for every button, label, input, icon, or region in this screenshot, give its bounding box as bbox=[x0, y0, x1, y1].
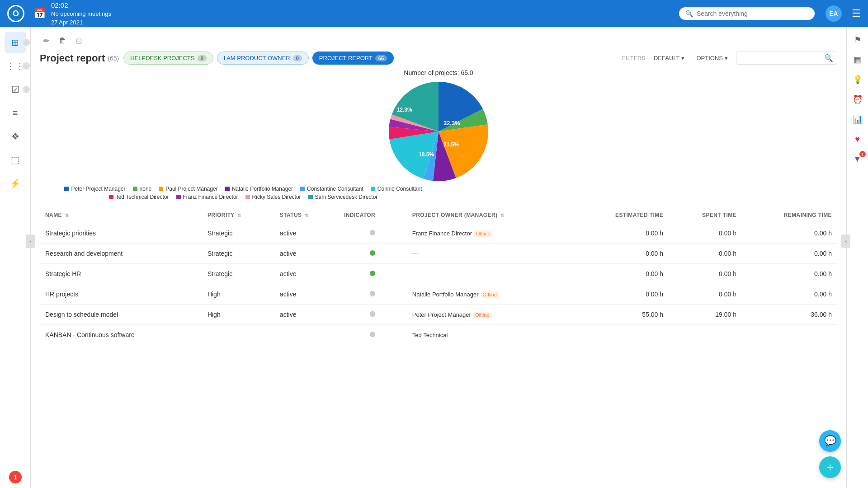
bar-chart-icon: ▦ bbox=[854, 55, 861, 65]
edit-button[interactable]: ✏ bbox=[40, 34, 52, 47]
legend-item: Peter Project Manager bbox=[64, 186, 125, 192]
cell-spent: 19.00 h bbox=[669, 305, 742, 325]
cell-remaining: 0.00 h bbox=[742, 264, 837, 284]
time-info: 02:02 No upcoming meetings 27 Apr 2021 bbox=[51, 0, 111, 26]
settings-button[interactable]: ⊡ bbox=[72, 34, 85, 47]
filter-search-box[interactable]: 🔍 bbox=[736, 52, 837, 65]
legend-label: Natalie Portfolio Manager bbox=[232, 186, 293, 192]
table-row[interactable]: Strategic HR Strategic active 0.00 h 0.0… bbox=[40, 264, 837, 284]
tab-project-report[interactable]: PROJECT REPORT 65 bbox=[312, 52, 394, 65]
clock-icon: ⏰ bbox=[853, 94, 863, 104]
page-toolbar: ✏ 🗑 ⊡ bbox=[40, 34, 837, 47]
legend-item: none bbox=[133, 186, 152, 192]
col-status: STATUS ⇅ bbox=[274, 207, 339, 223]
filter-default-button[interactable]: DEFAULT ▾ bbox=[650, 53, 689, 63]
sort-icon-owner[interactable]: ⇅ bbox=[500, 213, 504, 218]
table-row[interactable]: Research and development Strategic activ… bbox=[40, 244, 837, 264]
delete-button[interactable]: 🗑 bbox=[56, 34, 69, 47]
legend-color bbox=[109, 195, 113, 199]
lightning-icon: ⚡ bbox=[9, 178, 21, 189]
legend-item: Constantine Consultant bbox=[300, 186, 363, 192]
hamburger-menu-icon[interactable]: ☰ bbox=[852, 8, 861, 19]
legend-color bbox=[133, 187, 137, 191]
sidebar-item-dropbox[interactable]: ❖ bbox=[5, 126, 26, 147]
right-sidebar-bulb[interactable]: 💡 bbox=[849, 71, 866, 88]
filter-search-input[interactable] bbox=[740, 55, 821, 61]
sidebar-expand-chevron-3[interactable]: › bbox=[23, 86, 30, 93]
table-row[interactable]: HR projects High active Natalie Portfoli… bbox=[40, 284, 837, 305]
search-input[interactable] bbox=[697, 10, 808, 17]
table-row[interactable]: KANBAN - Continuous software Ted Technic… bbox=[40, 325, 837, 345]
sort-icon-status[interactable]: ⇅ bbox=[305, 213, 308, 218]
right-sidebar-chart[interactable]: ▦ bbox=[849, 52, 866, 68]
current-time: 02:02 bbox=[51, 0, 111, 10]
indicator-dot-green bbox=[370, 250, 375, 256]
cell-name: Research and development bbox=[40, 244, 202, 264]
col-spent: SPENT TIME bbox=[669, 207, 742, 223]
filters-bar: FILTERS DEFAULT ▾ OPTIONS ▾ 🔍 bbox=[622, 52, 837, 65]
sort-icon-name[interactable]: ⇅ bbox=[65, 213, 69, 218]
indicator-dot-grey bbox=[370, 230, 375, 235]
legend-label: Ricky Sales Director bbox=[252, 194, 301, 200]
chat-fab[interactable]: 💬 bbox=[819, 430, 841, 452]
right-sidebar-clock[interactable]: ⏰ bbox=[849, 91, 866, 108]
cell-estimated: 0.00 h bbox=[574, 244, 669, 264]
right-sidebar-chart-line[interactable]: 📊 bbox=[849, 111, 866, 127]
tabs-container: HELPDESK PROJECTS 2 I AM PRODUCT OWNER 0… bbox=[123, 52, 394, 65]
cell-name: Strategic priorities bbox=[40, 223, 202, 244]
user-avatar[interactable]: EA bbox=[826, 5, 842, 22]
legend-label: Constantine Consultant bbox=[307, 186, 363, 192]
owner-name: Natalie Portfolio Manager bbox=[412, 291, 479, 298]
legend-color bbox=[245, 195, 250, 199]
right-sidebar-flag[interactable]: ⚑ bbox=[849, 32, 866, 48]
global-search[interactable]: 🔍 bbox=[679, 7, 815, 20]
legend-color bbox=[159, 187, 163, 191]
sidebar-item-tasks[interactable]: ☑ › bbox=[5, 79, 26, 100]
table-row[interactable]: Design to schedule model High active Pet… bbox=[40, 305, 837, 325]
sidebar-item-list[interactable]: ≡ bbox=[5, 102, 26, 124]
topbar: O 📅 02:02 No upcoming meetings 27 Apr 20… bbox=[0, 0, 868, 27]
sidebar-expand-chevron-2[interactable]: › bbox=[23, 62, 30, 70]
right-sidebar-collapse[interactable]: ‹ bbox=[841, 235, 850, 248]
edit-icon: ✏ bbox=[43, 37, 49, 45]
tab-product-owner[interactable]: I AM PRODUCT OWNER 0 bbox=[217, 52, 309, 65]
col-name: NAME ⇅ bbox=[40, 207, 202, 223]
cell-indicator bbox=[339, 244, 407, 264]
indicator-dot-grey bbox=[370, 311, 375, 317]
legend-color bbox=[308, 195, 313, 199]
sidebar-item-frame[interactable]: ⬚ bbox=[5, 149, 26, 171]
owner-name: Franz Finance Director bbox=[412, 230, 472, 237]
filter-badge: 1 bbox=[859, 151, 866, 157]
owner-name: Peter Project Manager bbox=[412, 311, 471, 318]
cell-priority: High bbox=[202, 305, 274, 325]
cell-priority: Strategic bbox=[202, 223, 274, 244]
cell-indicator bbox=[339, 325, 407, 345]
owner-status-badge: Offline bbox=[473, 312, 492, 318]
right-sidebar-filter[interactable]: ▼ 1 bbox=[849, 151, 866, 167]
tab-helpdesk[interactable]: HELPDESK PROJECTS 2 bbox=[123, 52, 213, 65]
cell-priority: Strategic bbox=[202, 244, 274, 264]
calendar-icon[interactable]: 📅 bbox=[33, 8, 46, 19]
legend-color bbox=[225, 187, 230, 191]
page-header-row: Project report (65) HELPDESK PROJECTS 2 … bbox=[40, 52, 837, 65]
sidebar-expand-button[interactable]: › bbox=[26, 235, 35, 248]
sidebar-item-dashboard[interactable]: ⊞ › bbox=[5, 32, 26, 53]
sidebar-item-hierarchy[interactable]: ⋮⋮ › bbox=[5, 55, 26, 77]
table-row[interactable]: Strategic priorities Strategic active Fr… bbox=[40, 223, 837, 244]
app-logo[interactable]: O bbox=[7, 5, 24, 22]
cell-name: KANBAN - Continuous software bbox=[40, 325, 202, 345]
add-fab[interactable]: + bbox=[819, 456, 841, 478]
col-estimated: ESTIMATED TIME bbox=[574, 207, 669, 223]
cell-remaining: 0.00 h bbox=[742, 244, 837, 264]
right-sidebar-heart[interactable]: ♥ bbox=[849, 131, 866, 147]
sidebar-item-lightning[interactable]: ⚡ bbox=[5, 173, 26, 194]
owner-status-badge: Offline bbox=[474, 230, 493, 237]
cell-priority bbox=[202, 325, 274, 345]
filter-options-button[interactable]: OPTIONS ▾ bbox=[693, 53, 731, 63]
cell-status: active bbox=[274, 244, 339, 264]
owner-dash: --- bbox=[412, 250, 419, 257]
sort-icon-priority[interactable]: ⇅ bbox=[237, 213, 241, 218]
sidebar-expand-chevron[interactable]: › bbox=[23, 39, 30, 46]
legend-label: Ted Technical Director bbox=[116, 194, 169, 200]
owner-status-badge: Offline bbox=[481, 291, 500, 298]
